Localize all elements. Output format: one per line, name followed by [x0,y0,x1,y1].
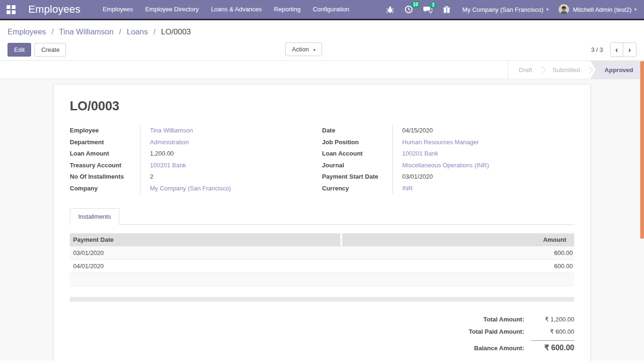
navbar-right: 10 3 My Company (San Francisco) ▾ Mitche… [381,4,636,15]
top-navbar: Employees Employees Employee Directory L… [0,0,644,20]
column-header-payment-date[interactable]: Payment Date [70,233,342,246]
field-value-loan-account[interactable]: 100201 Bank [393,148,438,160]
apps-menu-icon[interactable] [5,3,17,16]
installments-table: Payment Date Amount 03/01/2020 600.00 04… [70,233,574,302]
chevron-down-icon: ▾ [546,7,549,12]
activities-count-badge: 10 [411,1,421,8]
field-value-employee[interactable]: Tina Williamson [140,125,193,137]
debug-bug-icon[interactable] [386,6,394,14]
cell-payment-date: 03/01/2020 [70,249,104,256]
pager-count: 3 / 3 [591,46,603,53]
field-label-no-of-installments: No Of Installments [70,171,140,183]
pager-previous-button[interactable]: ‹ [611,43,623,57]
record-title: LO/0003 [70,99,574,114]
field-value-department[interactable]: Administration [140,137,189,148]
field-label-payment-start-date: Payment Start Date [322,171,393,183]
total-amount-value: ₹ 1,200.00 [531,316,574,323]
pager: 3 / 3 ‹ › [591,42,636,57]
table-row[interactable]: 04/01/2020 600.00 [70,259,574,272]
field-label-treasury-account: Treasury Account [70,160,140,172]
field-label-loan-account: Loan Account [322,148,393,160]
breadcrumb-tina-williamson[interactable]: Tina Williamson [59,27,114,36]
chevron-down-icon: ▾ [314,48,316,52]
company-switcher[interactable]: My Company (San Francisco) ▾ [462,6,548,13]
edit-button[interactable]: Edit [8,43,31,57]
field-value-company[interactable]: My Company (San Francisco) [140,183,231,195]
breadcrumb-loans[interactable]: Loans [127,27,148,36]
table-row[interactable]: 03/01/2020 600.00 [70,246,574,259]
messages-count-badge: 3 [429,2,437,8]
balance-amount-label: Balance Amount: [474,345,524,352]
pager-next-button[interactable]: › [623,43,636,57]
field-label-employee: Employee [70,125,140,137]
field-value-currency[interactable]: INR [393,183,413,195]
cell-amount: 600.00 [554,263,574,270]
field-group-left: EmployeeTina Williamson DepartmentAdmini… [70,125,322,194]
column-header-amount[interactable]: Amount [342,236,574,243]
stage-approved[interactable]: Approved [590,61,644,79]
table-empty-row [70,272,574,286]
field-label-department: Department [70,137,140,148]
create-button[interactable]: Create [34,43,66,57]
vertical-scrollbar[interactable] [640,61,644,239]
form-sheet: LO/0003 EmployeeTina Williamson Departme… [53,84,591,362]
field-group-right: Date04/15/2020 Job PositionHuman Resourc… [322,125,574,194]
field-value-job-position[interactable]: Human Resources Manager [393,137,479,148]
breadcrumb: Employees / Tina Williamson / Loans / LO… [0,20,644,39]
nav-menu-employees[interactable]: Employees [97,0,139,19]
nav-menu-loans-advances[interactable]: Loans & Advances [205,0,268,19]
table-header-row: Payment Date Amount [70,233,574,246]
chevron-down-icon: ▾ [634,7,636,12]
field-label-loan-amount: Loan Amount [70,148,140,160]
user-name: Mitchell Admin (test2) [573,6,631,13]
stage-submitted[interactable]: Submitted [542,61,591,79]
field-value-date: 04/15/2020 [393,125,433,137]
totals-section: Total Amount: ₹ 1,200.00 Total Paid Amou… [70,316,574,357]
nav-menus: Employees Employee Directory Loans & Adv… [97,0,355,19]
cell-payment-date: 04/01/2020 [70,263,104,270]
field-value-payment-start-date: 03/01/2020 [393,171,433,183]
field-label-journal: Journal [322,160,393,172]
breadcrumb-employees[interactable]: Employees [8,27,46,36]
messages-chat-icon[interactable]: 3 [423,6,432,14]
field-label-company: Company [70,183,140,195]
field-value-no-of-installments: 2 [140,171,153,183]
table-footer-strip [70,297,574,302]
action-dropdown-button[interactable]: Action ▾ [285,42,322,56]
company-name: My Company (San Francisco) [462,6,544,13]
breadcrumb-separator: / [116,27,125,36]
content-area: LO/0003 EmployeeTina Williamson Departme… [0,79,644,361]
gift-icon[interactable] [443,6,451,14]
field-value-loan-amount: 1,200.00 [140,148,174,160]
notebook-tabs: Installments [70,208,574,225]
nav-menu-employee-directory[interactable]: Employee Directory [139,0,205,19]
total-paid-amount-value: ₹ 600.00 [531,328,574,335]
app-brand[interactable]: Employees [28,3,81,16]
balance-amount-value: ₹ 600.00 [531,340,574,352]
cell-amount: 600.00 [554,249,574,256]
user-menu[interactable]: Mitchell Admin (test2) ▾ [559,4,636,15]
nav-menu-reporting[interactable]: Reporting [268,0,306,19]
table-empty-row [70,286,574,297]
control-panel: Edit Create Action ▾ 3 / 3 ‹ › [0,39,644,60]
total-paid-amount-label: Total Paid Amount: [469,328,524,335]
statusbar: Draft Submitted Approved [0,60,644,79]
field-label-currency: Currency [322,183,393,195]
tab-installments[interactable]: Installments [70,208,119,225]
breadcrumb-separator: / [48,27,57,36]
breadcrumb-separator: / [150,27,159,36]
field-value-journal[interactable]: Miscellaneous Operations (INR) [393,160,489,172]
activities-clock-icon[interactable]: 10 [405,5,413,14]
breadcrumb-current: LO/0003 [161,27,190,36]
nav-menu-configuration[interactable]: Configuration [306,0,355,19]
total-amount-label: Total Amount: [483,316,524,323]
field-label-date: Date [322,125,393,137]
avatar [559,4,569,15]
field-value-treasury-account[interactable]: 100201 Bank [140,160,186,172]
field-groups: EmployeeTina Williamson DepartmentAdmini… [70,125,574,194]
field-label-job-position: Job Position [322,137,393,148]
